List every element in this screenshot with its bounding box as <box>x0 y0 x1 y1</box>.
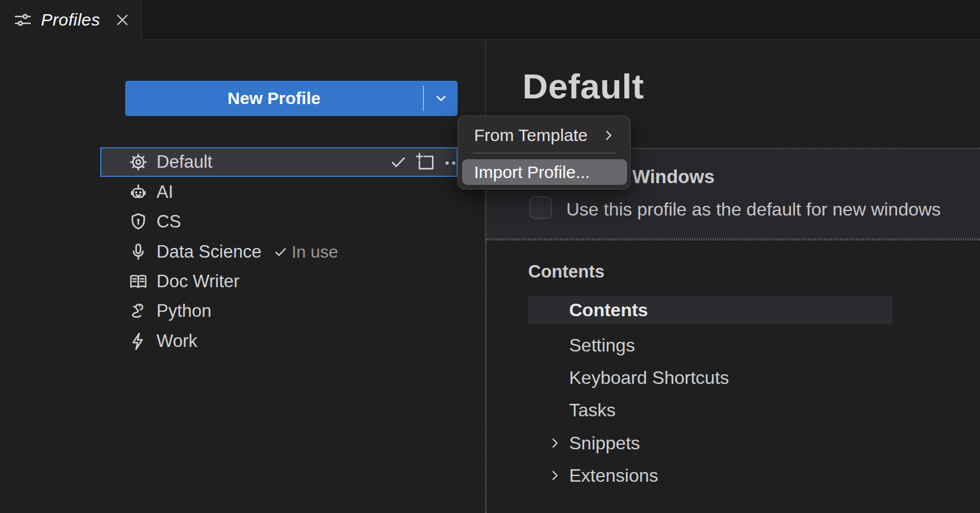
contents-row-keyboard-shortcuts[interactable]: Keyboard Shortcuts <box>528 363 892 392</box>
contents-row-label: Contents <box>569 300 648 321</box>
new-profile-button[interactable]: New Profile <box>125 81 423 116</box>
profile-name: Default <box>157 152 212 172</box>
shield-icon <box>127 211 149 233</box>
new-profile-context-menu: From Template Import Profile... <box>458 115 631 189</box>
contents-row-contents[interactable]: Contents <box>528 296 892 324</box>
lightning-icon <box>127 330 149 352</box>
profile-row-data-science[interactable]: Data Science In use <box>100 237 458 267</box>
row-actions <box>101 148 456 176</box>
profile-name: Data Science <box>157 242 261 262</box>
contents-row-extensions[interactable]: Extensions <box>528 461 892 490</box>
chevron-right-icon[interactable] <box>546 467 563 484</box>
contents-section: Contents Contents Settings Keyboard Shor… <box>485 239 980 513</box>
check-icon <box>388 151 409 173</box>
in-use-label: In use <box>291 242 338 262</box>
close-icon[interactable] <box>113 11 131 29</box>
contents-row-label: Snippets <box>569 433 640 454</box>
contents-row-settings[interactable]: Settings <box>528 331 892 359</box>
profile-row-cs[interactable]: CS <box>100 207 458 237</box>
new-profile-split-button: New Profile <box>125 81 458 116</box>
profile-detail-title: Default <box>522 66 644 106</box>
menu-item-from-template[interactable]: From Template <box>458 122 630 148</box>
contents-row-label: Tasks <box>569 400 616 421</box>
profile-name: CS <box>157 212 181 232</box>
new-window-icon[interactable] <box>414 151 437 173</box>
profile-row-work[interactable]: Work <box>100 326 458 356</box>
checkbox-label: Use this profile as the default for new … <box>566 199 941 220</box>
profile-name: Doc Writer <box>157 271 240 292</box>
book-icon <box>127 271 149 292</box>
contents-row-snippets[interactable]: Snippets <box>528 429 892 457</box>
profile-name: Python <box>157 301 212 321</box>
menu-item-label: From Template <box>474 126 588 145</box>
robot-icon <box>127 181 149 203</box>
default-for-new-windows-checkbox[interactable] <box>529 196 552 219</box>
contents-row-label: Extensions <box>569 465 658 486</box>
new-profile-dropdown-button[interactable] <box>424 81 458 116</box>
tab-bar-border <box>142 39 980 40</box>
contents-row-label: Keyboard Shortcuts <box>569 367 729 388</box>
menu-item-label: Import Profile... <box>474 163 590 182</box>
submenu-chevron-right-icon <box>600 127 616 143</box>
settings-sliders-icon <box>13 10 33 30</box>
in-use-badge: In use <box>272 242 338 262</box>
chevron-right-icon[interactable] <box>546 435 563 452</box>
contents-row-label: Settings <box>569 335 635 356</box>
tab-profiles[interactable]: Profiles <box>0 0 142 40</box>
profile-name: AI <box>157 182 173 202</box>
contents-row-tasks[interactable]: Tasks <box>528 396 892 424</box>
chevron-down-icon <box>432 89 450 107</box>
profile-name: Work <box>157 331 197 351</box>
contents-heading: Contents <box>528 262 604 282</box>
profile-row-python[interactable]: Python <box>100 296 458 326</box>
profile-row-default[interactable]: Default <box>100 147 458 177</box>
tab-title: Profiles <box>41 10 105 30</box>
check-icon <box>272 243 289 260</box>
profile-row-ai[interactable]: AI <box>100 177 458 207</box>
gear-icon <box>127 151 149 173</box>
microphone-icon <box>127 241 149 263</box>
snake-icon <box>127 300 149 322</box>
menu-separator <box>473 152 616 154</box>
profile-row-doc-writer[interactable]: Doc Writer <box>100 267 458 296</box>
tab-bar <box>0 0 980 40</box>
menu-item-import-profile[interactable]: Import Profile... <box>462 159 627 185</box>
